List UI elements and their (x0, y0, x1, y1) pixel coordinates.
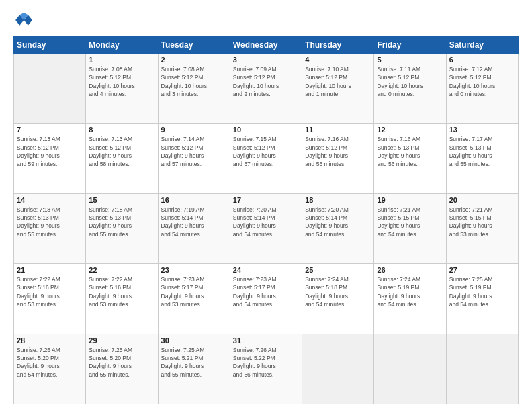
logo (13, 11, 35, 30)
calendar-cell: 16Sunrise: 7:19 AMSunset: 5:14 PMDayligh… (158, 193, 230, 263)
calendar-cell: 15Sunrise: 7:18 AMSunset: 5:13 PMDayligh… (86, 193, 158, 263)
calendar-cell: 21Sunrise: 7:22 AMSunset: 5:16 PMDayligh… (14, 264, 86, 334)
day-number: 9 (161, 126, 227, 134)
day-number: 19 (377, 196, 443, 204)
day-number: 14 (17, 196, 83, 204)
day-info: Sunrise: 7:24 AMSunset: 5:18 PMDaylight:… (305, 275, 371, 308)
day-info: Sunrise: 7:17 AMSunset: 5:13 PMDaylight:… (449, 135, 515, 168)
week-row-1: 1Sunrise: 7:08 AMSunset: 5:12 PMDaylight… (14, 54, 519, 124)
calendar-cell: 12Sunrise: 7:16 AMSunset: 5:13 PMDayligh… (374, 124, 446, 193)
day-number: 28 (17, 336, 83, 345)
day-number: 13 (449, 126, 515, 134)
calendar-cell (446, 334, 518, 404)
day-number: 3 (233, 56, 299, 64)
calendar-cell: 4Sunrise: 7:10 AMSunset: 5:12 PMDaylight… (302, 54, 374, 124)
calendar-cell: 2Sunrise: 7:08 AMSunset: 5:12 PMDaylight… (158, 54, 230, 124)
day-info: Sunrise: 7:25 AMSunset: 5:20 PMDaylight:… (89, 346, 154, 379)
day-info: Sunrise: 7:16 AMSunset: 5:12 PMDaylight:… (305, 135, 371, 168)
day-number: 2 (161, 56, 227, 64)
day-number: 12 (377, 126, 443, 134)
day-info: Sunrise: 7:10 AMSunset: 5:12 PMDaylight:… (305, 65, 371, 98)
day-number: 15 (89, 196, 154, 204)
col-header-sunday: Sunday (14, 37, 86, 54)
day-info: Sunrise: 7:25 AMSunset: 5:19 PMDaylight:… (449, 275, 515, 308)
calendar-cell: 30Sunrise: 7:25 AMSunset: 5:21 PMDayligh… (158, 334, 230, 404)
day-info: Sunrise: 7:18 AMSunset: 5:13 PMDaylight:… (17, 205, 83, 238)
day-info: Sunrise: 7:13 AMSunset: 5:12 PMDaylight:… (89, 135, 154, 168)
week-row-5: 28Sunrise: 7:25 AMSunset: 5:20 PMDayligh… (14, 334, 519, 404)
calendar-cell (302, 334, 374, 404)
day-info: Sunrise: 7:08 AMSunset: 5:12 PMDaylight:… (161, 65, 227, 98)
day-number: 11 (305, 126, 371, 134)
calendar-cell: 10Sunrise: 7:15 AMSunset: 5:12 PMDayligh… (230, 124, 302, 193)
col-header-monday: Monday (86, 37, 158, 54)
col-header-thursday: Thursday (302, 37, 374, 54)
day-number: 23 (161, 266, 227, 274)
day-number: 27 (449, 266, 515, 274)
week-row-2: 7Sunrise: 7:13 AMSunset: 5:12 PMDaylight… (14, 124, 519, 193)
col-header-saturday: Saturday (446, 37, 518, 54)
week-row-4: 21Sunrise: 7:22 AMSunset: 5:16 PMDayligh… (14, 264, 519, 334)
calendar-cell: 11Sunrise: 7:16 AMSunset: 5:12 PMDayligh… (302, 124, 374, 193)
day-number: 25 (305, 266, 371, 274)
calendar-cell: 22Sunrise: 7:22 AMSunset: 5:16 PMDayligh… (86, 264, 158, 334)
day-info: Sunrise: 7:21 AMSunset: 5:15 PMDaylight:… (449, 205, 515, 238)
day-number: 6 (449, 56, 515, 64)
calendar-cell: 25Sunrise: 7:24 AMSunset: 5:18 PMDayligh… (302, 264, 374, 334)
week-row-3: 14Sunrise: 7:18 AMSunset: 5:13 PMDayligh… (14, 193, 519, 263)
logo-icon (13, 11, 32, 30)
day-info: Sunrise: 7:14 AMSunset: 5:12 PMDaylight:… (161, 135, 227, 168)
calendar-cell: 9Sunrise: 7:14 AMSunset: 5:12 PMDaylight… (158, 124, 230, 193)
calendar-cell: 26Sunrise: 7:24 AMSunset: 5:19 PMDayligh… (374, 264, 446, 334)
col-header-tuesday: Tuesday (158, 37, 230, 54)
day-info: Sunrise: 7:23 AMSunset: 5:17 PMDaylight:… (161, 275, 227, 308)
calendar-cell: 23Sunrise: 7:23 AMSunset: 5:17 PMDayligh… (158, 264, 230, 334)
calendar-cell: 29Sunrise: 7:25 AMSunset: 5:20 PMDayligh… (86, 334, 158, 404)
calendar-cell: 1Sunrise: 7:08 AMSunset: 5:12 PMDaylight… (86, 54, 158, 124)
calendar-table: SundayMondayTuesdayWednesdayThursdayFrid… (13, 36, 519, 404)
calendar-cell: 18Sunrise: 7:20 AMSunset: 5:14 PMDayligh… (302, 193, 374, 263)
day-info: Sunrise: 7:25 AMSunset: 5:21 PMDaylight:… (161, 346, 227, 379)
day-info: Sunrise: 7:13 AMSunset: 5:12 PMDaylight:… (17, 135, 83, 168)
day-number: 1 (89, 56, 154, 64)
calendar-cell (374, 334, 446, 404)
day-number: 22 (89, 266, 154, 274)
day-number: 18 (305, 196, 371, 204)
day-number: 8 (89, 126, 154, 134)
calendar-header-row: SundayMondayTuesdayWednesdayThursdayFrid… (14, 37, 519, 54)
calendar-cell: 6Sunrise: 7:12 AMSunset: 5:12 PMDaylight… (446, 54, 518, 124)
day-number: 20 (449, 196, 515, 204)
day-info: Sunrise: 7:21 AMSunset: 5:15 PMDaylight:… (377, 205, 443, 238)
calendar-cell: 14Sunrise: 7:18 AMSunset: 5:13 PMDayligh… (14, 193, 86, 263)
day-info: Sunrise: 7:25 AMSunset: 5:20 PMDaylight:… (17, 346, 83, 379)
day-number: 30 (161, 336, 227, 345)
day-info: Sunrise: 7:20 AMSunset: 5:14 PMDaylight:… (305, 205, 371, 238)
day-info: Sunrise: 7:18 AMSunset: 5:13 PMDaylight:… (89, 205, 154, 238)
calendar-cell: 28Sunrise: 7:25 AMSunset: 5:20 PMDayligh… (14, 334, 86, 404)
day-info: Sunrise: 7:15 AMSunset: 5:12 PMDaylight:… (233, 135, 299, 168)
col-header-friday: Friday (374, 37, 446, 54)
day-number: 17 (233, 196, 299, 204)
calendar-cell: 3Sunrise: 7:09 AMSunset: 5:12 PMDaylight… (230, 54, 302, 124)
day-info: Sunrise: 7:24 AMSunset: 5:19 PMDaylight:… (377, 275, 443, 308)
day-number: 10 (233, 126, 299, 134)
day-number: 26 (377, 266, 443, 274)
day-number: 21 (17, 266, 83, 274)
day-number: 24 (233, 266, 299, 274)
day-number: 5 (377, 56, 443, 64)
calendar-cell: 13Sunrise: 7:17 AMSunset: 5:13 PMDayligh… (446, 124, 518, 193)
day-info: Sunrise: 7:11 AMSunset: 5:12 PMDaylight:… (377, 65, 443, 98)
day-number: 29 (89, 336, 154, 345)
day-number: 31 (233, 336, 299, 345)
calendar-cell: 7Sunrise: 7:13 AMSunset: 5:12 PMDaylight… (14, 124, 86, 193)
day-info: Sunrise: 7:23 AMSunset: 5:17 PMDaylight:… (233, 275, 299, 308)
day-info: Sunrise: 7:22 AMSunset: 5:16 PMDaylight:… (89, 275, 154, 308)
calendar-cell: 5Sunrise: 7:11 AMSunset: 5:12 PMDaylight… (374, 54, 446, 124)
day-info: Sunrise: 7:19 AMSunset: 5:14 PMDaylight:… (161, 205, 227, 238)
page: SundayMondayTuesdayWednesdayThursdayFrid… (0, 0, 532, 411)
day-info: Sunrise: 7:08 AMSunset: 5:12 PMDaylight:… (89, 65, 154, 98)
calendar-cell: 19Sunrise: 7:21 AMSunset: 5:15 PMDayligh… (374, 193, 446, 263)
day-info: Sunrise: 7:16 AMSunset: 5:13 PMDaylight:… (377, 135, 443, 168)
calendar-cell: 31Sunrise: 7:26 AMSunset: 5:22 PMDayligh… (230, 334, 302, 404)
day-info: Sunrise: 7:20 AMSunset: 5:14 PMDaylight:… (233, 205, 299, 238)
